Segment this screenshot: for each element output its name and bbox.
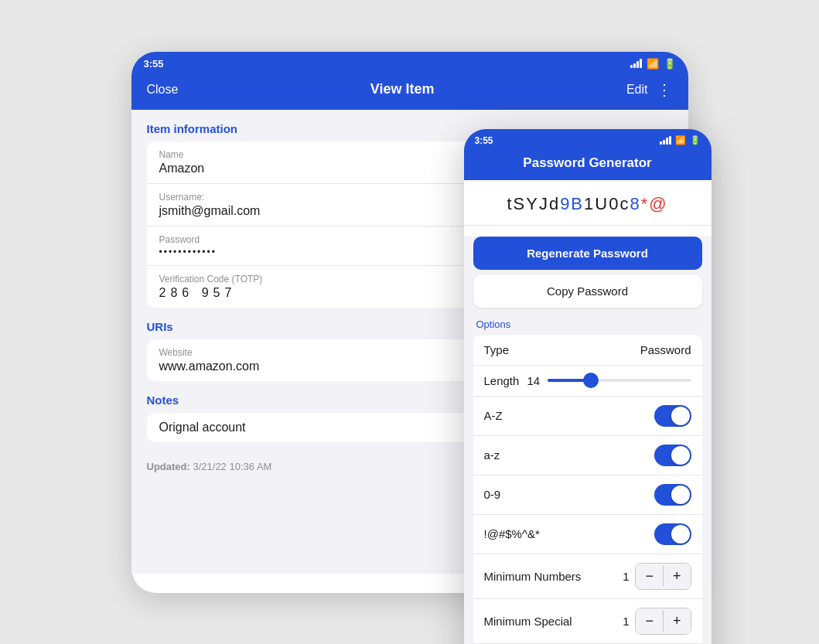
- copy-password-button[interactable]: Copy Password: [473, 274, 702, 308]
- battery-icon: 🔋: [664, 58, 676, 70]
- regenerate-password-button[interactable]: Regenerate Password: [473, 237, 702, 270]
- gen-signal-icon: [660, 136, 671, 145]
- length-label: Length: [484, 374, 520, 387]
- pw-blue1: 9B: [560, 194, 584, 213]
- az-upper-toggle-thumb: [671, 407, 690, 425]
- main-nav-bar: Close View Item Edit ⋮: [131, 73, 688, 110]
- min-numbers-row: Minimum Numbers 1 − +: [473, 554, 702, 599]
- type-value: Password: [640, 343, 691, 356]
- az-upper-toggle[interactable]: [654, 405, 691, 427]
- min-special-row: Minimum Special 1 − +: [473, 599, 702, 644]
- gen-content: Regenerate Password Copy Password Option…: [464, 237, 712, 645]
- min-special-value: 1: [623, 615, 629, 628]
- more-menu-icon[interactable]: ⋮: [657, 80, 672, 99]
- min-numbers-decrease[interactable]: −: [636, 564, 663, 589]
- updated-value: 3/21/22 10:36 AM: [193, 461, 271, 472]
- wifi-icon: 📶: [647, 58, 659, 70]
- gen-nav-bar: Password Generator: [464, 149, 712, 180]
- min-special-increase[interactable]: +: [664, 608, 691, 634]
- zero-nine-toggle-thumb: [671, 486, 690, 504]
- edit-button[interactable]: Edit: [626, 83, 648, 97]
- pw-red2: @: [649, 194, 667, 213]
- az-upper-row: A-Z: [473, 397, 702, 436]
- options-label: Options: [464, 315, 712, 335]
- nav-right-actions: Edit ⋮: [626, 80, 673, 99]
- options-card: Type Password Length 14 A-Z: [473, 335, 702, 645]
- az-lower-row: a-z: [473, 436, 702, 475]
- special-label: !@#$%^&*: [484, 527, 540, 540]
- az-lower-label: a-z: [484, 448, 500, 462]
- min-numbers-stepper[interactable]: − +: [635, 563, 691, 590]
- type-row: Type Password: [473, 335, 702, 366]
- pw-black2: 1U0c: [584, 194, 630, 213]
- gen-status-bar: 3:55 📶 🔋: [464, 129, 712, 149]
- type-label: Type: [484, 343, 510, 356]
- special-row: !@#$%^&*: [473, 515, 702, 554]
- special-toggle[interactable]: [654, 523, 691, 545]
- updated-label: Updated:: [147, 461, 190, 472]
- gen-title: Password Generator: [523, 155, 651, 170]
- close-button[interactable]: Close: [147, 83, 179, 97]
- az-upper-label: A-Z: [484, 409, 503, 422]
- gen-battery-icon: 🔋: [690, 135, 701, 145]
- generated-password-display: tSYJd9B1U0c8*@: [464, 180, 712, 226]
- signal-icon: [630, 59, 642, 68]
- special-toggle-thumb: [671, 525, 690, 543]
- min-numbers-label: Minimum Numbers: [484, 570, 582, 583]
- min-special-label: Minimum Special: [484, 615, 572, 628]
- pw-black1: tSYJd: [507, 194, 560, 213]
- length-row: Length 14: [473, 366, 702, 397]
- zero-nine-toggle[interactable]: [654, 484, 691, 506]
- main-status-icons: 📶 🔋: [630, 58, 676, 70]
- az-lower-toggle[interactable]: [654, 445, 691, 466]
- min-special-decrease[interactable]: −: [636, 608, 663, 634]
- length-slider[interactable]: [548, 379, 691, 382]
- min-special-stepper[interactable]: − +: [635, 608, 691, 635]
- main-status-bar: 3:55 📶 🔋: [131, 52, 688, 73]
- az-lower-toggle-thumb: [671, 446, 690, 465]
- pw-blue2: 8: [630, 194, 640, 213]
- gen-wifi-icon: 📶: [675, 135, 686, 145]
- page-title: View Item: [370, 81, 435, 97]
- zero-nine-row: 0-9: [473, 475, 702, 515]
- zero-nine-label: 0-9: [484, 488, 501, 501]
- min-numbers-increase[interactable]: +: [664, 564, 691, 589]
- generator-phone: 3:55 📶 🔋 Password Generator tSYJd9B1U0c8…: [464, 129, 712, 645]
- main-time: 3:55: [144, 58, 164, 70]
- min-numbers-value: 1: [623, 570, 629, 583]
- pw-red1: *: [641, 194, 650, 213]
- gen-time: 3:55: [475, 135, 493, 146]
- slider-thumb: [583, 373, 599, 388]
- length-value: 14: [527, 374, 540, 387]
